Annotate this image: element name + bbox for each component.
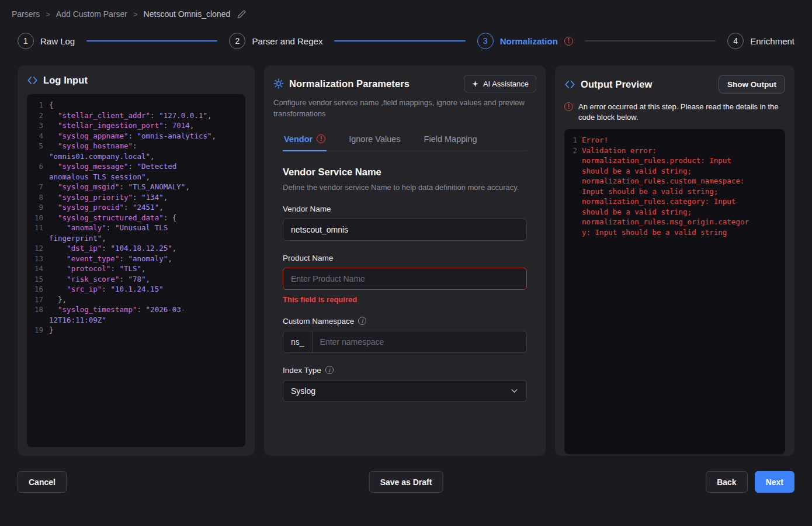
output-preview-panel: Output Preview Show Output ! An error oc… xyxy=(555,65,794,456)
vendor-service-name-title: Vendor Service Name xyxy=(283,167,527,178)
breadcrumb-parsers[interactable]: Parsers xyxy=(12,9,40,19)
code-line: 10 "syslog_structured_data": { xyxy=(32,213,241,223)
code-line: 1Error! xyxy=(569,135,780,146)
custom-namespace-label: Custom Namespace xyxy=(283,317,354,326)
code-line: 1{ xyxy=(32,100,241,110)
vendor-name-field: Vendor Name xyxy=(283,205,527,241)
tab-ignore-values[interactable]: Ignore Values xyxy=(348,128,401,151)
log-input-editor[interactable]: 1{2 "stellar_client_addr": "127.0.0.1",3… xyxy=(27,94,245,447)
code-text: "syslog_msgid": "TLS_ANOMALY", xyxy=(49,182,217,192)
show-output-button[interactable]: Show Output xyxy=(719,75,785,94)
stepper-connector xyxy=(86,40,217,41)
line-number: 10 xyxy=(32,213,43,223)
code-line: 19} xyxy=(32,325,241,335)
output-error-notice: ! An error occurred at this step. Please… xyxy=(564,102,785,122)
breadcrumb-parser-name: Netscout Omnis_cloned xyxy=(144,9,231,19)
index-type-label: Index Type xyxy=(283,366,321,375)
breadcrumb-add-custom-parser[interactable]: Add Custom Parser xyxy=(56,9,127,19)
code-text: } xyxy=(49,325,217,335)
step-enrichment[interactable]: 4 Enrichment xyxy=(727,33,794,49)
step-1-circle: 1 xyxy=(18,33,34,49)
custom-namespace-input[interactable] xyxy=(313,331,526,352)
code-line: 7 "syslog_msgid": "TLS_ANOMALY", xyxy=(32,182,241,192)
code-text: "risk_score": "78", xyxy=(49,274,217,285)
code-text: { xyxy=(49,100,217,110)
line-number: 15 xyxy=(32,274,43,285)
code-line: 3 "stellar_ingestion_port": 7014, xyxy=(32,120,241,131)
vendor-service-name-desc: Define the vendor service Name to help d… xyxy=(283,183,527,192)
save-as-draft-button[interactable]: Save as Draft xyxy=(369,471,443,493)
code-line: 14 "protocol": "TLS", xyxy=(32,264,241,274)
code-brackets-icon xyxy=(27,75,38,86)
code-line: 6 "syslog_message": "Detected anomalous … xyxy=(32,161,241,182)
info-icon[interactable]: i xyxy=(358,317,366,325)
step-normalization[interactable]: 3 Normalization ! xyxy=(477,33,573,49)
code-line: 12 "dst_ip": "104.18.12.25", xyxy=(32,243,241,254)
code-text: "syslog_message": "Detected anomalous TL… xyxy=(49,161,217,182)
normalization-panel: Normalization Parameters AI Assistance C… xyxy=(264,65,546,456)
line-number: 18 xyxy=(32,304,43,315)
line-number: 2 xyxy=(569,146,577,156)
custom-namespace-field: Custom Namespace i ns_ xyxy=(283,317,527,353)
step-3-circle: 3 xyxy=(477,33,494,49)
step-4-label: Enrichment xyxy=(750,36,794,46)
step-2-circle: 2 xyxy=(229,33,245,49)
step-1-label: Raw Log xyxy=(40,36,75,46)
code-text: "stellar_ingestion_port": 7014, xyxy=(49,120,217,131)
code-line: 17 }, xyxy=(32,295,241,305)
code-line: 5 "syslog_hostname": "omnis01.company.lo… xyxy=(32,141,241,161)
code-line: 2Validation error: normalization_rules.p… xyxy=(569,146,780,238)
product-name-input[interactable] xyxy=(283,268,527,290)
next-button[interactable]: Next xyxy=(755,471,794,493)
code-brackets-icon xyxy=(564,79,575,90)
vendor-name-input[interactable] xyxy=(283,219,527,241)
tab-field-mapping[interactable]: Field Mapping xyxy=(423,128,478,151)
line-number: 2 xyxy=(32,110,43,121)
output-error-block[interactable]: 1Error!2Validation error: normalization_… xyxy=(564,129,785,454)
output-preview-title: Output Preview xyxy=(581,79,652,90)
info-icon[interactable]: i xyxy=(325,366,334,374)
product-name-field: Product Name This field is required xyxy=(283,254,527,304)
ai-assistance-button[interactable]: AI Assistance xyxy=(464,75,536,92)
line-number: 16 xyxy=(32,284,43,295)
tab-vendor[interactable]: Vendor ! xyxy=(283,128,327,151)
line-number: 7 xyxy=(32,182,43,192)
line-number: 12 xyxy=(32,243,43,254)
code-text: "event_type": "anomaly", xyxy=(49,254,217,264)
log-input-panel: Log Input 1{2 "stellar_client_addr": "12… xyxy=(18,65,255,456)
edit-parser-name-icon[interactable] xyxy=(237,10,246,19)
step-raw-log[interactable]: 1 Raw Log xyxy=(18,33,75,49)
line-number: 4 xyxy=(32,131,43,141)
code-text: "syslog_priority": "134", xyxy=(49,192,217,203)
line-number: 1 xyxy=(32,100,43,110)
code-text: "anomaly": "Unusual TLS fingerprint", xyxy=(49,223,217,243)
chevron-down-icon xyxy=(510,386,519,395)
index-type-select[interactable]: Syslog xyxy=(283,380,527,402)
gear-icon xyxy=(273,78,284,89)
step-4-circle: 4 xyxy=(727,33,744,49)
line-number: 3 xyxy=(32,120,43,131)
product-name-label: Product Name xyxy=(283,254,333,262)
back-button[interactable]: Back xyxy=(706,471,747,493)
tab-field-mapping-label: Field Mapping xyxy=(424,134,477,144)
line-number: 19 xyxy=(32,325,43,335)
output-error-text: An error occurred at this step. Please r… xyxy=(578,102,785,122)
line-number: 1 xyxy=(569,135,577,146)
step-parser-and-regex[interactable]: 2 Parser and Regex xyxy=(229,33,322,49)
step-error-icon: ! xyxy=(564,37,573,46)
code-line: 2 "stellar_client_addr": "127.0.0.1", xyxy=(32,110,241,121)
line-number: 9 xyxy=(32,202,43,213)
index-type-value: Syslog xyxy=(291,386,315,396)
stepper: 1 Raw Log 2 Parser and Regex 3 Normaliza… xyxy=(18,33,794,49)
line-number: 5 xyxy=(32,141,43,151)
code-text: "syslog_structured_data": { xyxy=(49,213,217,223)
step-3-label: Normalization xyxy=(500,36,558,46)
code-text: "stellar_client_addr": "127.0.0.1", xyxy=(49,110,217,121)
code-text: "syslog_procid": "2451", xyxy=(49,202,217,213)
code-line: 16 "src_ip": "10.1.24.15" xyxy=(32,284,241,295)
code-text: "src_ip": "10.1.24.15" xyxy=(49,284,217,295)
cancel-button[interactable]: Cancel xyxy=(18,471,67,493)
show-output-label: Show Output xyxy=(727,80,776,89)
breadcrumb-separator: > xyxy=(133,10,138,19)
code-line: 11 "anomaly": "Unusual TLS fingerprint", xyxy=(32,223,241,243)
